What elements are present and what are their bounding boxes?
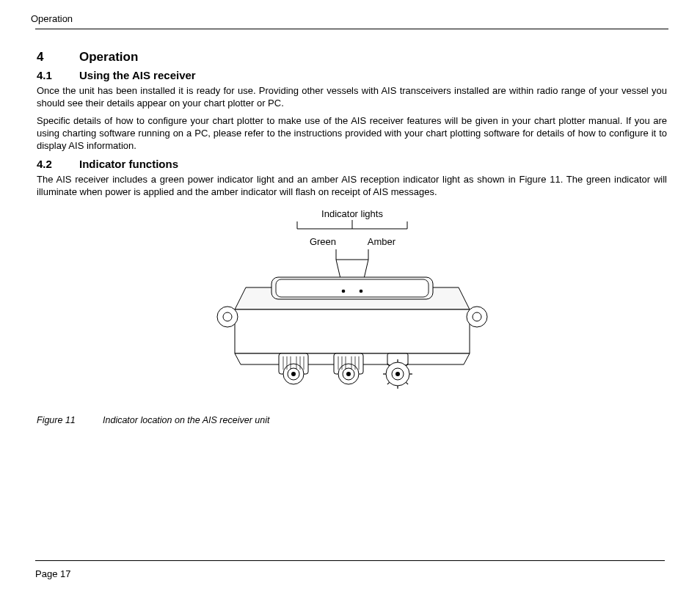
callout-green: Green <box>309 236 335 247</box>
svg-point-14 <box>223 312 232 321</box>
connector-1 <box>279 353 308 384</box>
figure-11-caption: Figure 11Indicator location on the AIS r… <box>37 415 667 425</box>
figure-11-number: Figure 11 <box>37 415 103 425</box>
svg-point-16 <box>473 312 481 321</box>
section-title: Operation <box>79 50 138 64</box>
connector-3 <box>383 353 412 389</box>
svg-point-12 <box>359 290 362 293</box>
svg-point-48 <box>395 372 400 376</box>
page-number: Page 17 <box>35 568 665 579</box>
figure-11: Indicator lights Green Amber <box>37 207 667 425</box>
para-4-1-a: Once the unit has been installed it is r… <box>37 85 667 109</box>
callout-top: Indicator lights <box>321 208 383 219</box>
header-rule <box>35 29 668 29</box>
subsection-4-1-heading: 4.1Using the AIS receiver <box>37 69 667 81</box>
section-heading: 4Operation <box>37 50 667 65</box>
subsection-4-2-number: 4.2 <box>37 158 79 170</box>
svg-point-20 <box>291 372 296 376</box>
callout-amber: Amber <box>367 236 395 247</box>
svg-rect-10 <box>276 279 429 297</box>
subsection-4-1-number: 4.1 <box>37 69 79 81</box>
connector-2 <box>334 353 363 384</box>
subsection-4-2-heading: 4.2Indicator functions <box>37 158 667 170</box>
svg-point-11 <box>341 290 345 293</box>
para-4-2-a: The AIS receiver includes a green power … <box>37 174 667 198</box>
section-number: 4 <box>37 50 79 65</box>
footer-rule <box>35 560 665 561</box>
device-illustration: Indicator lights Green Amber <box>176 207 528 405</box>
page-header-chapter: Operation <box>31 13 667 24</box>
svg-line-42 <box>406 383 408 385</box>
subsection-4-2-title: Indicator functions <box>79 158 178 170</box>
svg-point-30 <box>346 372 351 376</box>
svg-line-44 <box>387 383 389 385</box>
para-4-1-b: Specific details of how to configure you… <box>37 115 667 152</box>
figure-11-text: Indicator location on the AIS receiver u… <box>103 415 269 425</box>
subsection-4-1-title: Using the AIS receiver <box>79 69 196 81</box>
